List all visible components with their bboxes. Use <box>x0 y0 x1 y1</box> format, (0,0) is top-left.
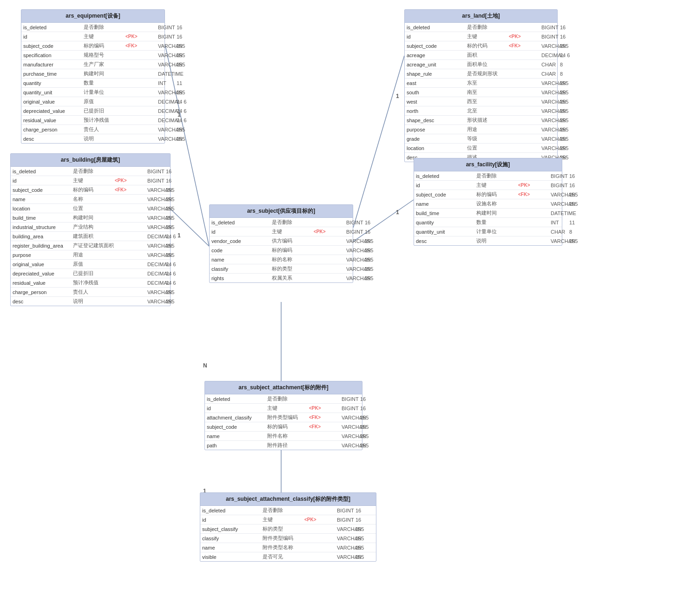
col-field-type: VARCHAR <box>147 252 166 258</box>
col-field-len: 16 <box>560 34 574 39</box>
col-field-cn: 南至 <box>467 89 509 96</box>
col-field-cn: 供方编码 <box>272 237 314 244</box>
col-field-type: VARCHAR <box>147 197 166 202</box>
col-field-cn: 是否删除 <box>267 395 309 402</box>
table-row: rights权属关系VARCHAR255 <box>210 274 353 282</box>
table-row: name附件类型名称VARCHAR255 <box>200 543 376 552</box>
col-field-name: rights <box>211 275 272 281</box>
col-field-cn: 主键 <box>73 177 115 184</box>
col-field-len: 255 <box>166 299 180 304</box>
table-body-land: is_deleted是否删除BIGINT16id主键<PK>BIGINT16su… <box>405 23 557 162</box>
col-field-cn: 用途 <box>467 126 509 133</box>
table-header-subject: ars_subject[供应项目标的] <box>210 205 353 218</box>
col-field-cn: 预计净残值 <box>84 117 125 124</box>
col-field-cn: 标的编码 <box>267 423 309 430</box>
diagram-canvas: 1 1 1 1 N N 1 ars_equipment[设备] is_delet… <box>0 0 678 616</box>
col-field-name: west <box>407 99 467 105</box>
table-row: id主键<PK>BIGINT16 <box>205 404 362 413</box>
col-field-cn: 面积 <box>467 52 509 59</box>
col-field-name: purchase_time <box>23 71 84 77</box>
col-field-cn: 责任人 <box>73 288 115 295</box>
table-row: vendor_code供方编码VARCHAR255 <box>210 236 353 246</box>
col-field-name: desc <box>23 136 84 142</box>
col-field-len: 16 <box>355 517 369 523</box>
col-field-type: VARCHAR <box>147 299 166 304</box>
col-field-type: VARCHAR <box>346 257 365 262</box>
col-field-name: id <box>211 229 272 235</box>
col-field-cn: 规格型号 <box>84 52 125 59</box>
col-field-type: VARCHAR <box>551 192 569 197</box>
table-row: subject_code标的编码<FK>VARCHAR255 <box>205 422 362 432</box>
col-field-cn: 等级 <box>467 135 509 142</box>
col-field-len: 255 <box>569 192 583 197</box>
col-field-len: 255 <box>166 187 180 193</box>
col-field-name: vendor_code <box>211 238 272 244</box>
col-field-type: VARCHAR <box>158 52 177 58</box>
col-field-len: 8 <box>569 229 583 235</box>
col-field-len: 16 <box>365 229 379 235</box>
col-field-cn: 说明 <box>73 298 115 305</box>
col-field-name: visible <box>202 554 263 560</box>
col-field-name: desc <box>13 299 73 304</box>
col-field-cn: 标的编码 <box>476 191 518 198</box>
col-field-name: id <box>416 183 476 188</box>
col-field-type: VARCHAR <box>541 108 560 114</box>
col-field-type: DECIMAL <box>147 234 166 239</box>
col-field-cn: 主键 <box>476 182 518 189</box>
table-row: south南至VARCHAR255 <box>405 88 557 97</box>
col-field-name: quantity <box>416 220 476 225</box>
col-field-type: VARCHAR <box>541 90 560 95</box>
table-row: is_deleted是否删除BIGINT16 <box>200 506 376 515</box>
col-field-name: manufacturer <box>23 62 84 67</box>
table-row: west西至VARCHAR255 <box>405 97 557 106</box>
col-field-len: 255 <box>560 118 574 123</box>
table-row: is_deleted是否删除BIGINT16 <box>405 23 557 32</box>
col-field-name: id <box>202 517 263 523</box>
col-field-cn: 建筑面积 <box>73 233 115 240</box>
table-row: name设施名称VARCHAR255 <box>414 199 562 209</box>
col-pk-fk: <PK> <box>314 229 346 234</box>
col-field-name: quantity_unit <box>416 229 476 235</box>
col-field-len: 255 <box>360 433 374 439</box>
col-pk-fk: <PK> <box>509 34 541 39</box>
col-field-cn: 西至 <box>467 98 509 105</box>
col-field-cn: 数量 <box>84 79 125 86</box>
col-field-cn: 标的编码 <box>84 42 125 49</box>
col-field-type: BIGINT <box>346 229 365 235</box>
col-field-type: VARCHAR <box>541 80 560 86</box>
table-row: subject_code标的编码<FK>VARCHAR255 <box>414 190 562 199</box>
col-field-name: is_deleted <box>13 169 73 174</box>
table-ars-facility: ars_facility[设施] is_deleted是否删除BIGINT16i… <box>414 158 562 246</box>
table-row: depreciated_value已提折旧DECIMAL24 6 <box>21 106 165 116</box>
col-field-len: 255 <box>360 415 374 420</box>
col-field-type: VARCHAR <box>346 275 365 281</box>
col-field-type: DATETIME <box>551 210 569 216</box>
col-field-len: 16 <box>569 183 583 188</box>
col-field-len: 16 <box>560 25 574 30</box>
table-header-attachment-classify: ars_subject_attachment_classify[标的附件类型] <box>200 493 376 506</box>
col-field-cn: 构建时间 <box>476 210 518 216</box>
col-field-name: build_time <box>416 210 476 216</box>
col-field-type: VARCHAR <box>541 127 560 132</box>
col-field-len: 255 <box>355 545 369 550</box>
table-ars-subject-attachment-classify: ars_subject_attachment_classify[标的附件类型] … <box>200 492 376 562</box>
col-field-len: 255 <box>177 62 191 67</box>
table-row: original_value原值DECIMAL24 6 <box>21 97 165 106</box>
col-field-cn: 产证登记建筑面积 <box>73 242 115 249</box>
col-field-name: depreciated_value <box>13 271 73 276</box>
table-header-land: ars_land[土地] <box>405 10 557 23</box>
col-field-cn: 是否删除 <box>476 172 518 179</box>
col-field-cn: 责任人 <box>84 126 125 133</box>
table-ars-equipment: ars_equipment[设备] is_deleted是否删除BIGINT16… <box>21 9 165 144</box>
svg-line-2 <box>353 56 404 228</box>
col-field-name: subject_code <box>416 192 476 197</box>
col-field-len: 255 <box>166 252 180 258</box>
col-field-cn: 形状描述 <box>467 117 509 124</box>
col-field-type: BIGINT <box>158 34 177 39</box>
col-field-name: is_deleted <box>416 173 476 179</box>
col-pk-fk: <PK> <box>125 34 158 39</box>
table-row: residual_value预计净残值DECIMAL24 6 <box>11 278 170 288</box>
table-row: visible是否可见VARCHAR255 <box>200 552 376 561</box>
col-field-len: 255 <box>560 108 574 114</box>
col-pk-fk: <FK> <box>309 415 342 420</box>
